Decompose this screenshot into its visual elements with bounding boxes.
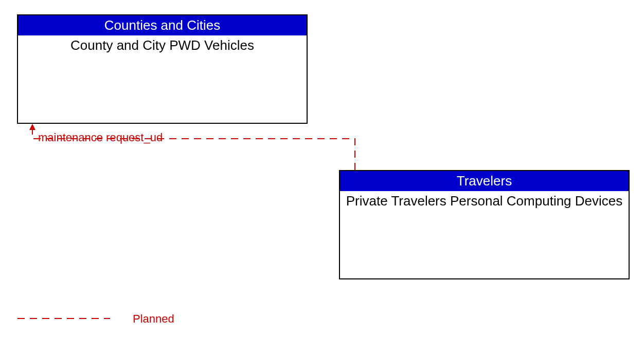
flow-label-maintenance-request: maintenance request_ud	[38, 131, 163, 144]
legend-label-planned: Planned	[133, 312, 174, 326]
entity-box-travelers: Travelers Private Travelers Personal Com…	[339, 170, 630, 279]
svg-marker-0	[29, 124, 35, 130]
entity-body-counties-cities: County and City PWD Vehicles	[18, 35, 307, 55]
entity-header-counties-cities: Counties and Cities	[18, 15, 307, 35]
entity-box-counties-cities: Counties and Cities County and City PWD …	[17, 14, 308, 124]
entity-body-travelers: Private Travelers Personal Computing Dev…	[340, 191, 629, 211]
entity-header-travelers: Travelers	[340, 171, 629, 191]
